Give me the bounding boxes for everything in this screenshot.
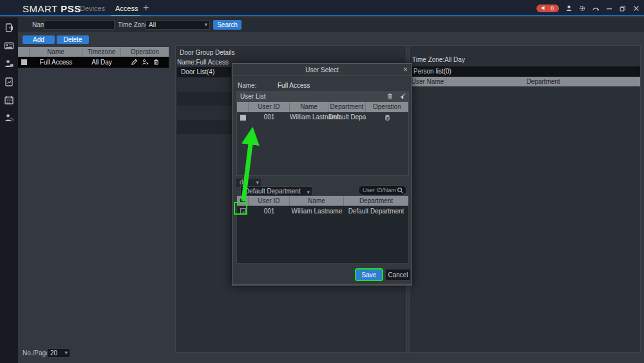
timezone-dropdown[interactable]: All▾ bbox=[146, 20, 210, 30]
search-toolbar: Name: Time Zone: All▾ Search bbox=[18, 17, 644, 32]
access-group-panel: Add Delete Name Timezone Operation Full … bbox=[18, 32, 169, 358]
log-report-icon[interactable] bbox=[4, 77, 14, 87]
person-table-header: User Name Department bbox=[410, 77, 640, 86]
search-magnifier-icon[interactable] bbox=[397, 187, 404, 194]
column-name: Name bbox=[30, 47, 82, 57]
auth-user-key-icon[interactable] bbox=[142, 59, 149, 66]
alarm-count: 0 bbox=[551, 5, 554, 12]
candidate-row[interactable]: 001 William Lastname Default Department bbox=[237, 206, 408, 217]
settings-gear-icon[interactable] bbox=[578, 5, 586, 12]
logo-smart: SMART bbox=[23, 3, 57, 14]
column-name: Name bbox=[290, 196, 344, 206]
restore-icon[interactable] bbox=[619, 5, 627, 12]
cancel-button[interactable]: Cancel bbox=[386, 270, 410, 280]
user-settings-icon[interactable] bbox=[4, 113, 14, 123]
page-size-value: 20 bbox=[50, 349, 57, 357]
timezone-value: All bbox=[149, 21, 156, 28]
column-name: Name bbox=[290, 102, 328, 112]
row-checkbox[interactable] bbox=[237, 206, 249, 217]
dialog-title: User Select bbox=[232, 64, 412, 76]
user-list-bar: User List bbox=[237, 92, 408, 102]
row-user-id: 001 bbox=[249, 112, 290, 123]
timezone-line: Time Zone:All Day bbox=[412, 56, 465, 63]
search-button[interactable]: Search bbox=[213, 20, 242, 30]
row-name: William Lastname bbox=[290, 112, 328, 123]
row-checkbox[interactable] bbox=[237, 112, 249, 123]
access-group-table: Name Timezone Operation Full Access All … bbox=[18, 47, 169, 68]
row-department: Default Depart... bbox=[328, 112, 366, 123]
row-operations bbox=[366, 112, 408, 123]
name-filter-input[interactable] bbox=[44, 20, 115, 30]
module-sidebar bbox=[0, 17, 18, 363]
user-account-icon[interactable] bbox=[565, 5, 573, 12]
smartpss-window: SMART PSS Devices Access + 0 10:02:27 Na… bbox=[0, 0, 644, 363]
id-card-icon[interactable] bbox=[4, 41, 14, 51]
department-value: Default Department bbox=[245, 188, 301, 195]
chevron-down-icon: ▾ bbox=[64, 349, 68, 356]
new-tab-button[interactable]: + bbox=[143, 2, 149, 14]
panel-title: Door Group Details bbox=[180, 49, 235, 56]
row-user-id: 001 bbox=[249, 206, 290, 217]
app-logo: SMART PSS bbox=[23, 3, 81, 14]
chevron-down-icon: ▾ bbox=[204, 21, 207, 28]
clear-broom-icon[interactable] bbox=[399, 93, 406, 100]
alarm-badge[interactable]: 0 bbox=[536, 5, 559, 12]
column-operation: Operation bbox=[366, 102, 408, 112]
chevron-down-icon: ▾ bbox=[256, 179, 259, 186]
select-all-checkbox[interactable] bbox=[237, 196, 249, 206]
user-list-row[interactable]: 001 William Lastname Default Depart... bbox=[237, 112, 408, 123]
person-list-panel: Time Zone:All Day Person list(0) User Na… bbox=[409, 45, 641, 353]
page-size-dropdown[interactable]: 20▾ bbox=[47, 348, 70, 358]
dialog-close-icon[interactable]: × bbox=[403, 65, 408, 74]
column-user-id: User ID bbox=[249, 102, 290, 112]
dept-mini-value: de bbox=[240, 179, 247, 186]
close-icon[interactable] bbox=[632, 5, 640, 12]
select-all-checkbox[interactable] bbox=[18, 47, 30, 57]
row-name: Full Access bbox=[30, 57, 82, 68]
delete-all-trash-icon[interactable] bbox=[386, 93, 393, 100]
user-select-dialog: User Select × Name: Full Access User Lis… bbox=[232, 63, 412, 286]
minimize-icon[interactable] bbox=[605, 5, 613, 12]
column-operation: Operation bbox=[121, 47, 169, 57]
candidate-header: User ID Name Department bbox=[237, 196, 408, 206]
table-header-row: Name Timezone Operation bbox=[18, 47, 169, 57]
column-user-id: User ID bbox=[249, 196, 290, 206]
row-timezone: All Day bbox=[82, 57, 121, 68]
access-door-icon[interactable] bbox=[4, 23, 14, 33]
add-button[interactable]: Add bbox=[23, 35, 55, 44]
edit-pencil-icon[interactable] bbox=[131, 59, 138, 66]
speaker-icon bbox=[540, 5, 548, 12]
select-all-checkbox[interactable] bbox=[237, 102, 249, 112]
tab-access[interactable]: Access bbox=[115, 5, 138, 12]
user-search-box bbox=[358, 185, 407, 195]
department-dropdown[interactable]: Default Department▾ bbox=[240, 186, 312, 196]
candidate-user-list: User ID Name Department 001 William Last… bbox=[236, 195, 409, 264]
pagination-bar: No./Page 20▾ bbox=[18, 348, 169, 358]
column-department: Department bbox=[328, 102, 366, 112]
table-row[interactable]: Full Access All Day bbox=[18, 57, 169, 68]
user-list-header: User ID Name Department Operation bbox=[237, 102, 408, 112]
attendance-icon[interactable] bbox=[4, 95, 14, 105]
user-permission-icon[interactable] bbox=[4, 59, 14, 69]
delete-trash-icon[interactable] bbox=[384, 114, 391, 121]
dialog-name-label: Name: bbox=[238, 82, 256, 89]
save-button[interactable]: Save bbox=[356, 270, 382, 280]
row-operations bbox=[121, 57, 169, 68]
delete-trash-icon[interactable] bbox=[153, 59, 160, 66]
assist-wizard-icon[interactable] bbox=[592, 5, 600, 12]
delete-button[interactable]: Delete bbox=[57, 35, 89, 44]
column-department: Department bbox=[344, 196, 408, 206]
tab-devices[interactable]: Devices bbox=[80, 5, 105, 12]
person-list-tab[interactable]: Person list(0) bbox=[410, 66, 640, 77]
logo-pss: PSS bbox=[61, 3, 81, 14]
group-name-line: Name:Full Access bbox=[177, 59, 229, 66]
selected-user-list: User List User ID Name Department Operat… bbox=[236, 91, 409, 176]
row-checkbox[interactable] bbox=[18, 57, 30, 68]
row-name: William Lastname bbox=[290, 206, 344, 217]
active-tab-underline bbox=[111, 15, 140, 16]
door-list-tab[interactable]: Door List(4) bbox=[177, 67, 231, 77]
column-department: Department bbox=[446, 77, 640, 86]
user-search-input[interactable] bbox=[363, 186, 396, 194]
page-size-label: No./Page bbox=[23, 349, 50, 357]
titlebar: SMART PSS Devices Access + 0 bbox=[0, 0, 644, 16]
